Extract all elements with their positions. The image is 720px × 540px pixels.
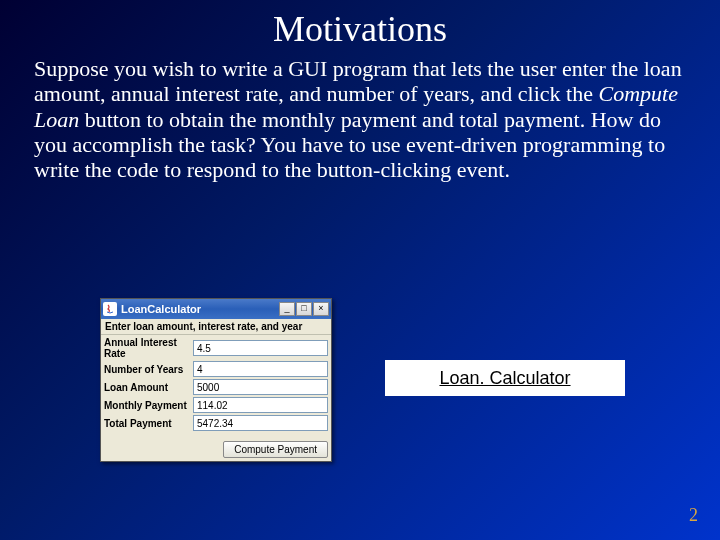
monthly-payment-output[interactable] <box>193 397 328 413</box>
window-titlebar[interactable]: LoanCalculator _ □ × <box>101 299 331 319</box>
body-post: button to obtain the monthly payment and… <box>34 107 665 183</box>
field-label: Annual Interest Rate <box>104 337 193 359</box>
field-label: Loan Amount <box>104 382 193 393</box>
loan-calculator-window: LoanCalculator _ □ × Enter loan amount, … <box>100 298 332 462</box>
years-input[interactable] <box>193 361 328 377</box>
form-row: Total Payment <box>104 415 328 431</box>
window-controls: _ □ × <box>279 302 329 316</box>
close-button[interactable]: × <box>313 302 329 316</box>
annual-interest-input[interactable] <box>193 340 328 356</box>
minimize-button[interactable]: _ <box>279 302 295 316</box>
slide-body: Suppose you wish to write a GUI program … <box>0 56 720 182</box>
total-payment-output[interactable] <box>193 415 328 431</box>
form-row: Loan Amount <box>104 379 328 395</box>
form-row: Number of Years <box>104 361 328 377</box>
form-body: Annual Interest Rate Number of Years Loa… <box>101 335 331 437</box>
field-label: Number of Years <box>104 364 193 375</box>
button-row: Compute Payment <box>101 437 331 461</box>
java-icon <box>103 302 117 316</box>
field-label: Monthly Payment <box>104 400 193 411</box>
maximize-button[interactable]: □ <box>296 302 312 316</box>
body-pre: Suppose you wish to write a GUI program … <box>34 56 682 106</box>
link-box[interactable]: Loan. Calculator <box>385 360 625 396</box>
window-title: LoanCalculator <box>121 303 279 315</box>
loan-calculator-link[interactable]: Loan. Calculator <box>439 368 570 389</box>
instruction-label: Enter loan amount, interest rate, and ye… <box>101 319 331 335</box>
field-label: Total Payment <box>104 418 193 429</box>
form-row: Monthly Payment <box>104 397 328 413</box>
slide-title: Motivations <box>0 0 720 56</box>
loan-amount-input[interactable] <box>193 379 328 395</box>
page-number: 2 <box>689 505 698 526</box>
compute-payment-button[interactable]: Compute Payment <box>223 441 328 458</box>
form-row: Annual Interest Rate <box>104 337 328 359</box>
